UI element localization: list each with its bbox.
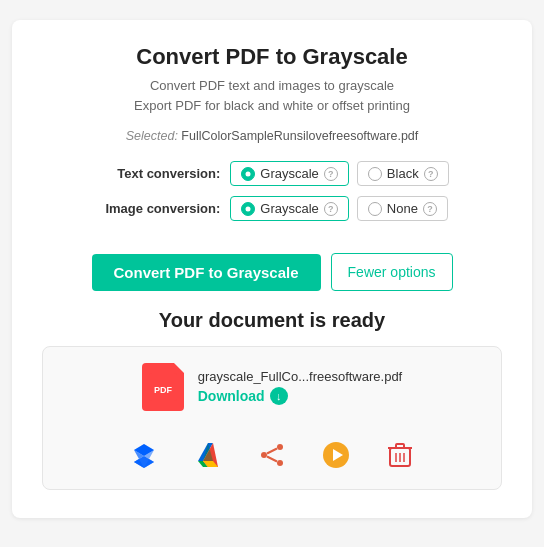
text-grayscale-help-icon[interactable]: ? <box>324 167 338 181</box>
download-label: Download <box>198 388 265 404</box>
fewer-options-button[interactable]: Fewer options <box>331 253 453 291</box>
share-icons-row <box>126 437 418 473</box>
main-container: Convert PDF to Grayscale Convert PDF tex… <box>12 20 532 518</box>
text-conversion-group: Grayscale ? Black ? <box>230 161 448 186</box>
file-name-section: grayscale_FullCo...freesoftware.pdf Down… <box>198 369 402 405</box>
svg-point-12 <box>277 444 283 450</box>
selected-file-display: Selected: FullColorSampleRunsilovefreeso… <box>42 129 502 143</box>
page-subtitle: Convert PDF text and images to grayscale… <box>42 76 502 115</box>
text-conversion-label: Text conversion: <box>95 166 230 181</box>
dropbox-button[interactable] <box>126 437 162 473</box>
share-button[interactable] <box>254 437 290 473</box>
pdf-file-icon: PDF <box>142 363 184 411</box>
share-svg-icon <box>258 441 286 469</box>
radio-img-grayscale-icon <box>241 202 255 216</box>
text-black-help-icon[interactable]: ? <box>424 167 438 181</box>
download-card: PDF grayscale_FullCo...freesoftware.pdf … <box>42 346 502 490</box>
download-arrow-icon: ↓ <box>270 387 288 405</box>
radio-grayscale-icon <box>241 167 255 181</box>
image-grayscale-help-icon[interactable]: ? <box>324 202 338 216</box>
dropbox-svg-icon <box>129 440 159 470</box>
svg-line-16 <box>267 457 277 462</box>
ready-title: Your document is ready <box>42 309 502 332</box>
svg-rect-21 <box>396 444 404 448</box>
pdf-svg-icon: PDF <box>149 373 177 401</box>
text-grayscale-option[interactable]: Grayscale ? <box>230 161 349 186</box>
delete-button[interactable] <box>382 437 418 473</box>
radio-black-icon <box>368 167 382 181</box>
image-grayscale-option[interactable]: Grayscale ? <box>230 196 349 221</box>
selected-label: Selected: <box>126 129 178 143</box>
convert-button[interactable]: Convert PDF to Grayscale <box>92 254 321 291</box>
svg-line-15 <box>267 449 277 454</box>
result-filename: grayscale_FullCo...freesoftware.pdf <box>198 369 402 384</box>
download-link[interactable]: Download ↓ <box>198 387 402 405</box>
image-grayscale-label: Grayscale <box>260 201 319 216</box>
svg-text:PDF: PDF <box>154 385 173 395</box>
image-conversion-label: Image conversion: <box>95 201 230 216</box>
svg-point-14 <box>277 460 283 466</box>
arrow-circle-svg-icon <box>321 440 351 470</box>
gdrive-svg-icon <box>193 440 223 470</box>
trash-svg-icon <box>387 441 413 469</box>
file-info-row: PDF grayscale_FullCo...freesoftware.pdf … <box>142 363 402 411</box>
image-conversion-group: Grayscale ? None ? <box>230 196 448 221</box>
svg-point-13 <box>261 452 267 458</box>
text-black-label: Black <box>387 166 419 181</box>
image-none-option[interactable]: None ? <box>357 196 448 221</box>
page-title: Convert PDF to Grayscale <box>42 44 502 70</box>
options-section: Text conversion: Grayscale ? Black ? Ima… <box>95 161 448 231</box>
text-conversion-row: Text conversion: Grayscale ? Black ? <box>95 161 448 186</box>
text-black-option[interactable]: Black ? <box>357 161 449 186</box>
google-drive-button[interactable] <box>190 437 226 473</box>
radio-img-none-icon <box>368 202 382 216</box>
image-conversion-row: Image conversion: Grayscale ? None ? <box>95 196 448 221</box>
text-grayscale-label: Grayscale <box>260 166 319 181</box>
selected-filename: FullColorSampleRunsilovefreesoftware.pdf <box>181 129 418 143</box>
image-none-label: None <box>387 201 418 216</box>
open-button[interactable] <box>318 437 354 473</box>
image-none-help-icon[interactable]: ? <box>423 202 437 216</box>
svg-marker-6 <box>134 456 154 468</box>
actions-row: Convert PDF to Grayscale Fewer options <box>42 253 502 291</box>
